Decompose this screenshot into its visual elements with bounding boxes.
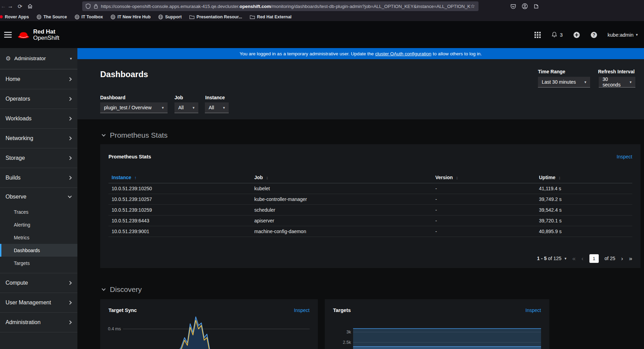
perspective-switcher[interactable]: ⚙ Administrator ▾ bbox=[0, 48, 77, 69]
bookmark-rover-apps[interactable]: Rover Apps bbox=[1, 15, 29, 19]
previous-page-button[interactable]: ‹ bbox=[581, 256, 584, 261]
instance-filter-select[interactable]: All▾ bbox=[205, 102, 229, 113]
add-plus-circle-icon[interactable] bbox=[573, 31, 580, 38]
y-tick-label: 2.5k bbox=[343, 340, 351, 345]
section-toggle-discovery[interactable]: Discovery bbox=[102, 285, 142, 294]
bookmarks-bar: Rover Apps The Source IT Toolbox IT New … bbox=[0, 12, 644, 21]
sidebar-item-metrics[interactable]: Metrics bbox=[0, 231, 77, 244]
page-title: Dashboards bbox=[100, 70, 148, 79]
table-row: 10.0.51.239:9001 machine-config-daemon -… bbox=[108, 226, 632, 237]
chevron-right-icon bbox=[68, 176, 72, 180]
time-range-select[interactable]: Last 30 minutes▾ bbox=[538, 77, 590, 88]
address-bar[interactable]: https://console-openshift-console.apps.e… bbox=[82, 1, 479, 11]
folder-icon bbox=[250, 15, 255, 19]
inspect-link-prometheus[interactable]: Inspect bbox=[617, 154, 632, 159]
bookmark-folder-presentation-resources[interactable]: Presentation Resour... bbox=[189, 15, 242, 19]
target-sync-plot bbox=[175, 317, 212, 349]
inspect-link-target-sync[interactable]: Inspect bbox=[294, 307, 310, 313]
sort-ascending-icon: ↑ bbox=[134, 175, 137, 180]
help-question-circle-icon[interactable]: ? bbox=[590, 31, 597, 38]
bookmark-it-new-hire-hub[interactable]: IT New Hire Hub bbox=[111, 15, 151, 19]
bookmark-support[interactable]: Support bbox=[158, 15, 182, 19]
sidebar-item-user-management[interactable]: User Management bbox=[0, 293, 77, 312]
globe-icon bbox=[37, 15, 41, 19]
table-row: 10.0.51.239:10250 kubelet - 41,119.4 s bbox=[108, 183, 632, 194]
lock-icon[interactable] bbox=[94, 3, 98, 9]
observe-subnav: Traces Alerting Metrics Dashboards Targe… bbox=[0, 205, 77, 273]
account-icon[interactable] bbox=[521, 2, 529, 10]
sidebar-item-traces[interactable]: Traces bbox=[0, 205, 77, 218]
targets-chart: 3k 2.5k bbox=[325, 299, 549, 349]
caret-down-icon: ▾ bbox=[192, 105, 195, 110]
sidebar-item-targets[interactable]: Targets bbox=[0, 257, 77, 269]
user-menu[interactable]: kube:admin ▾ bbox=[608, 32, 638, 38]
login-notice-banner: You are logged in as a temporary adminis… bbox=[77, 48, 644, 59]
red-hat-icon bbox=[17, 30, 30, 40]
caret-down-icon: ▾ bbox=[636, 33, 638, 37]
refresh-interval-select[interactable]: 30 seconds▾ bbox=[599, 77, 635, 88]
extensions-icon[interactable] bbox=[532, 2, 540, 10]
sidebar-item-observe[interactable]: Observe bbox=[0, 187, 77, 205]
current-page-input[interactable]: 1 bbox=[589, 254, 599, 263]
chevron-right-icon bbox=[68, 301, 72, 304]
prometheus-stats-card: Prometheus Stats Inspect Instance↑ Job↕ … bbox=[100, 144, 641, 268]
home-icon[interactable] bbox=[26, 2, 34, 10]
bookmark-the-source[interactable]: The Source bbox=[37, 15, 67, 19]
oauth-configuration-link[interactable]: cluster OAuth configuration bbox=[375, 51, 432, 56]
shield-icon[interactable] bbox=[86, 3, 91, 9]
card-title: Targets bbox=[333, 307, 351, 313]
url-text: https://console-openshift-console.apps.e… bbox=[101, 4, 471, 9]
bookmark-folder-red-hat-external[interactable]: Red Hat External bbox=[250, 15, 292, 19]
forward-icon[interactable]: → bbox=[6, 2, 15, 10]
nav-toggle-hamburger-icon[interactable] bbox=[4, 30, 12, 39]
refresh-interval-label: Refresh Interval bbox=[598, 69, 635, 74]
refresh-icon[interactable]: ⟳ bbox=[16, 2, 24, 10]
red-favicon-icon bbox=[0, 15, 3, 18]
column-header-version[interactable]: Version↕ bbox=[435, 175, 539, 180]
card-title: Prometheus Stats bbox=[108, 154, 151, 159]
per-page-menu[interactable]: 1 - 5 of 125 ▾ bbox=[537, 256, 566, 261]
column-header-uptime[interactable]: Uptime↕ bbox=[539, 175, 632, 180]
time-range-label: Time Range bbox=[538, 69, 565, 74]
section-toggle-prometheus-stats[interactable]: Prometheus Stats bbox=[102, 131, 168, 139]
next-page-button[interactable]: › bbox=[621, 256, 623, 261]
chevron-right-icon bbox=[68, 136, 72, 140]
caret-down-icon: ▾ bbox=[70, 56, 72, 61]
sidebar-item-dashboards[interactable]: Dashboards bbox=[0, 244, 77, 257]
job-filter-select[interactable]: All▾ bbox=[174, 102, 198, 113]
sidebar-item-networking[interactable]: Networking bbox=[0, 128, 77, 148]
table-row: 10.0.51.239:10259 scheduler - 39,542.4 s bbox=[108, 204, 632, 215]
globe-icon bbox=[111, 15, 115, 19]
app-launcher-icon[interactable] bbox=[534, 32, 541, 38]
first-page-button[interactable]: « bbox=[572, 256, 576, 261]
bookmark-star-icon[interactable]: ☆ bbox=[471, 3, 475, 9]
sidebar-item-alerting[interactable]: Alerting bbox=[0, 218, 77, 231]
bookmark-it-toolbox[interactable]: IT Toolbox bbox=[75, 15, 103, 19]
gears-icon: ⚙ bbox=[6, 55, 11, 62]
table-row: 10.0.51.239:6443 apiserver - 39,720.1 s bbox=[108, 215, 632, 226]
inspect-link-targets[interactable]: Inspect bbox=[525, 307, 541, 313]
sidebar-item-builds[interactable]: Builds bbox=[0, 168, 77, 187]
sidebar-item-operators[interactable]: Operators bbox=[0, 89, 77, 109]
chevron-right-icon bbox=[68, 320, 72, 324]
masthead: Red Hat OpenShift 3 ? kube:admin ▾ bbox=[0, 21, 644, 48]
dashboard-filter-select[interactable]: plugin_test / Overview▾ bbox=[100, 102, 168, 113]
chevron-right-icon bbox=[68, 156, 72, 160]
column-header-job[interactable]: Job↕ bbox=[254, 175, 435, 180]
pocket-icon[interactable] bbox=[509, 2, 517, 10]
chevron-right-icon bbox=[68, 97, 72, 101]
target-sync-chart: 0.4 ms bbox=[100, 299, 318, 349]
page-header: Dashboards Time Range Last 30 minutes▾ R… bbox=[77, 59, 644, 119]
sidebar-item-workloads[interactable]: Workloads bbox=[0, 109, 77, 128]
column-header-instance[interactable]: Instance↑ bbox=[112, 175, 254, 180]
sidebar-item-administration[interactable]: Administration bbox=[0, 312, 77, 332]
chevron-right-icon bbox=[68, 281, 72, 285]
sidebar-item-compute[interactable]: Compute bbox=[0, 273, 77, 293]
globe-icon bbox=[75, 15, 79, 19]
notifications-bell[interactable]: 3 bbox=[551, 31, 562, 38]
table-row: 10.0.51.239:10257 kube-controller-manage… bbox=[108, 194, 632, 204]
sidebar-item-storage[interactable]: Storage bbox=[0, 148, 77, 168]
caret-down-icon: ▾ bbox=[629, 80, 632, 84]
last-page-button[interactable]: » bbox=[629, 256, 632, 261]
sidebar-item-home[interactable]: Home bbox=[0, 69, 77, 89]
